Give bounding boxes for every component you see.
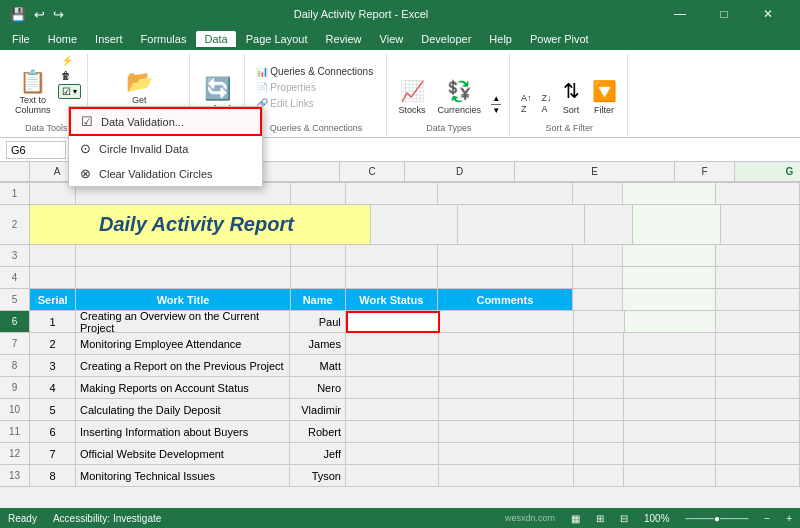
cell-5f[interactable]: [573, 289, 624, 311]
cell-2d[interactable]: [371, 205, 458, 245]
cell-4h[interactable]: [716, 267, 800, 289]
cell-13h[interactable]: [716, 465, 800, 487]
cell-name-header[interactable]: Name: [291, 289, 346, 311]
cell-7g[interactable]: [624, 333, 716, 355]
cell-3e[interactable]: [438, 245, 573, 267]
zoom-in-icon[interactable]: +: [786, 513, 792, 524]
currencies-button[interactable]: 💱 Currencies: [434, 77, 486, 117]
cell-8-serial[interactable]: 3: [30, 355, 76, 377]
cell-4g[interactable]: [623, 267, 716, 289]
cell-5h[interactable]: [716, 289, 800, 311]
cell-2f[interactable]: [585, 205, 633, 245]
col-header-g[interactable]: G: [735, 162, 800, 182]
menu-insert[interactable]: Insert: [87, 31, 131, 47]
cell-1d[interactable]: [346, 183, 439, 205]
cell-6-name[interactable]: Paul: [290, 311, 346, 333]
cell-3a[interactable]: [30, 245, 76, 267]
cell-10-serial[interactable]: 5: [30, 399, 76, 421]
cell-9-serial[interactable]: 4: [30, 377, 76, 399]
view-pagebreak-icon[interactable]: ⊟: [620, 513, 628, 524]
cell-1c[interactable]: [291, 183, 346, 205]
close-button[interactable]: ✕: [746, 0, 790, 28]
cell-3g[interactable]: [623, 245, 716, 267]
datatypes-expand-button[interactable]: ▲▼: [489, 92, 503, 117]
cell-9-workstatus[interactable]: [346, 377, 439, 399]
cell-1f[interactable]: [573, 183, 624, 205]
menu-view[interactable]: View: [372, 31, 412, 47]
cell-7f[interactable]: [574, 333, 624, 355]
menu-review[interactable]: Review: [317, 31, 369, 47]
flash-fill-button[interactable]: ⚡: [58, 54, 81, 67]
minimize-button[interactable]: —: [658, 0, 702, 28]
cell-4d[interactable]: [346, 267, 439, 289]
cell-11f[interactable]: [574, 421, 624, 443]
cell-11-serial[interactable]: 6: [30, 421, 76, 443]
remove-duplicates-button[interactable]: 🗑: [58, 69, 81, 82]
cell-11-name[interactable]: Robert: [290, 421, 346, 443]
cell-workstatus-header[interactable]: Work Status: [346, 289, 439, 311]
cell-7-workstatus[interactable]: [346, 333, 439, 355]
cell-8f[interactable]: [574, 355, 624, 377]
cell-12-comments[interactable]: [439, 443, 574, 465]
cell-worktitle-header[interactable]: Work Title: [76, 289, 290, 311]
view-layout-icon[interactable]: ⊞: [596, 513, 604, 524]
menu-data[interactable]: Data: [196, 31, 235, 47]
cell-12f[interactable]: [574, 443, 624, 465]
cell-6h[interactable]: [716, 311, 800, 333]
cell-13-workstatus[interactable]: [346, 465, 439, 487]
cell-7-name[interactable]: James: [290, 333, 346, 355]
cell-12-name[interactable]: Jeff: [290, 443, 346, 465]
cell-9-title[interactable]: Making Reports on Account Status: [76, 377, 290, 399]
cell-title-merged[interactable]: Daily Activity Report: [74, 205, 320, 245]
cell-7-comments[interactable]: [439, 333, 574, 355]
cell-12-workstatus[interactable]: [346, 443, 439, 465]
cell-6g[interactable]: [625, 311, 717, 333]
cell-9-comments[interactable]: [439, 377, 574, 399]
col-header-c[interactable]: C: [340, 162, 405, 182]
menu-help[interactable]: Help: [481, 31, 520, 47]
menu-powerpivot[interactable]: Power Pivot: [522, 31, 597, 47]
cell-3d[interactable]: [346, 245, 439, 267]
zoom-out-icon[interactable]: −: [764, 513, 770, 524]
col-header-f[interactable]: F: [675, 162, 735, 182]
circle-invalid-data-menu-item[interactable]: ⊙ Circle Invalid Data: [69, 136, 262, 161]
text-to-columns-button[interactable]: 📋 Text toColumns: [12, 69, 54, 117]
cell-10f[interactable]: [574, 399, 624, 421]
cell-10-comments[interactable]: [439, 399, 574, 421]
cell-12-title[interactable]: Official Website Development: [76, 443, 290, 465]
menu-formulas[interactable]: Formulas: [133, 31, 195, 47]
cell-8g[interactable]: [624, 355, 716, 377]
stocks-button[interactable]: 📈 Stocks: [395, 77, 430, 117]
col-header-d[interactable]: D: [405, 162, 515, 182]
zoom-slider[interactable]: ────●────: [686, 513, 749, 524]
clear-validation-circles-menu-item[interactable]: ⊗ Clear Validation Circles: [69, 161, 262, 186]
quick-access-save[interactable]: 💾: [10, 7, 26, 22]
cell-4b[interactable]: [76, 267, 290, 289]
queries-connections-button[interactable]: 📊 Queries & Connections: [253, 65, 380, 78]
cell-11-title[interactable]: Inserting Information about Buyers: [76, 421, 290, 443]
cell-13f[interactable]: [574, 465, 624, 487]
col-header-e[interactable]: E: [515, 162, 675, 182]
data-validation-button[interactable]: ☑▾: [58, 84, 81, 99]
cell-12g[interactable]: [624, 443, 716, 465]
cell-6-workstatus[interactable]: [346, 311, 440, 333]
sort-za-button[interactable]: Z↓A: [539, 91, 555, 117]
cell-8-name[interactable]: Matt: [290, 355, 346, 377]
cell-10-title[interactable]: Calculating the Daily Deposit: [76, 399, 290, 421]
cell-10h[interactable]: [716, 399, 800, 421]
quick-access-undo[interactable]: ↩: [34, 7, 45, 22]
cell-8-comments[interactable]: [439, 355, 574, 377]
cell-1h[interactable]: [716, 183, 800, 205]
cell-13-serial[interactable]: 8: [30, 465, 76, 487]
cell-8h[interactable]: [716, 355, 800, 377]
menu-home[interactable]: Home: [40, 31, 85, 47]
cell-serial-header[interactable]: Serial: [30, 289, 76, 311]
cell-2g[interactable]: [633, 205, 720, 245]
cell-13-title[interactable]: Monitoring Technical Issues: [76, 465, 290, 487]
maximize-button[interactable]: □: [702, 0, 746, 28]
menu-pagelayout[interactable]: Page Layout: [238, 31, 316, 47]
sort-button[interactable]: ⇅ Sort: [559, 77, 584, 117]
cell-2e[interactable]: [458, 205, 585, 245]
cell-comments-header[interactable]: Comments: [438, 289, 573, 311]
cell-8-workstatus[interactable]: [346, 355, 439, 377]
